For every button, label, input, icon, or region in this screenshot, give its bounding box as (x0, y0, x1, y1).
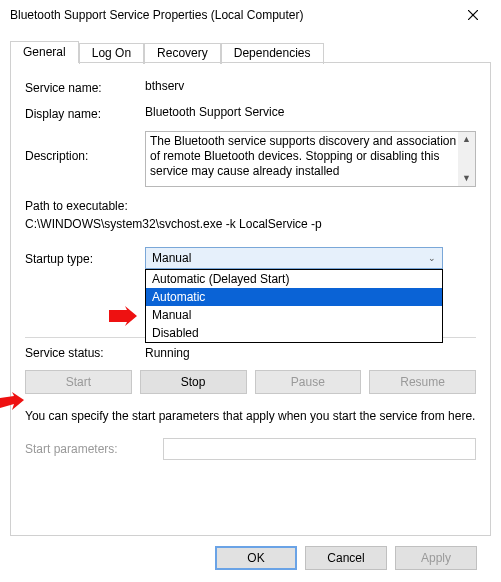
tab-general[interactable]: General (10, 41, 79, 63)
info-text: You can specify the start parameters tha… (25, 408, 476, 424)
description-text: The Bluetooth service supports discovery… (150, 134, 456, 178)
tab-recovery[interactable]: Recovery (144, 43, 221, 64)
service-name-value: bthserv (145, 79, 476, 93)
startup-option-manual[interactable]: Manual (146, 306, 442, 324)
display-name-label: Display name: (25, 105, 145, 121)
startup-option-delayed[interactable]: Automatic (Delayed Start) (146, 270, 442, 288)
tabstrip: General Log On Recovery Dependencies (10, 38, 491, 62)
service-status-label: Service status: (25, 346, 145, 360)
cancel-button[interactable]: Cancel (305, 546, 387, 570)
dialog-footer: OK Cancel Apply (10, 536, 491, 570)
startup-type-label: Startup type: (25, 250, 145, 266)
chevron-down-icon: ⌄ (428, 253, 436, 263)
tab-log-on[interactable]: Log On (79, 43, 144, 64)
tab-label: Log On (92, 46, 131, 60)
start-parameters-input (163, 438, 476, 460)
startup-type-value: Manual (152, 251, 191, 265)
close-button[interactable] (453, 0, 493, 30)
description-scrollbar[interactable]: ▲ ▼ (458, 132, 475, 186)
tab-dependencies[interactable]: Dependencies (221, 43, 324, 64)
startup-type-select[interactable]: Manual ⌄ (145, 247, 443, 269)
scroll-down-icon[interactable]: ▼ (462, 171, 471, 186)
apply-button: Apply (395, 546, 477, 570)
path-value: C:\WINDOWS\system32\svchost.exe -k Local… (25, 215, 476, 233)
window-title: Bluetooth Support Service Properties (Lo… (10, 8, 453, 22)
tab-label: General (23, 45, 66, 59)
close-icon (468, 10, 478, 20)
description-label: Description: (25, 131, 145, 163)
service-status-value: Running (145, 346, 190, 360)
tab-label: Recovery (157, 46, 208, 60)
start-parameters-label: Start parameters: (25, 442, 155, 456)
scroll-up-icon[interactable]: ▲ (462, 132, 471, 147)
resume-button: Resume (369, 370, 476, 394)
pause-button: Pause (255, 370, 362, 394)
tabpanel-general: Service name: bthserv Display name: Blue… (10, 62, 491, 536)
stop-button[interactable]: Stop (140, 370, 247, 394)
start-button: Start (25, 370, 132, 394)
startup-option-disabled[interactable]: Disabled (146, 324, 442, 342)
display-name-value: Bluetooth Support Service (145, 105, 476, 119)
tab-label: Dependencies (234, 46, 311, 60)
path-label: Path to executable: (25, 197, 476, 215)
description-textbox[interactable]: The Bluetooth service supports discovery… (145, 131, 476, 187)
titlebar: Bluetooth Support Service Properties (Lo… (0, 0, 501, 30)
startup-option-automatic[interactable]: Automatic (146, 288, 442, 306)
service-name-label: Service name: (25, 79, 145, 95)
ok-button[interactable]: OK (215, 546, 297, 570)
startup-type-dropdown: Automatic (Delayed Start) Automatic Manu… (145, 269, 443, 343)
